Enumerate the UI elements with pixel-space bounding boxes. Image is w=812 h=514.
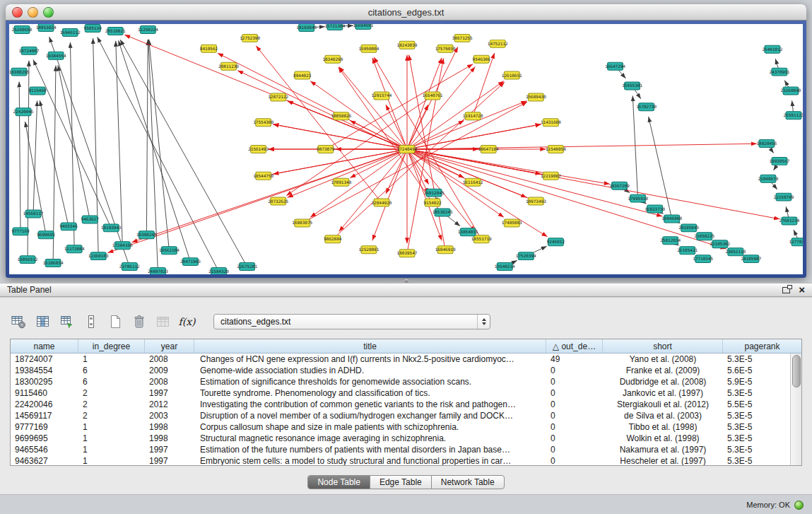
table-cell[interactable]: 9115460 xyxy=(11,388,78,398)
graph-node[interactable]: 20471903 xyxy=(180,258,201,266)
graph-node[interactable]: 11548058 xyxy=(546,146,566,153)
graph-node[interactable]: 18953024 xyxy=(36,24,57,31)
graph-node[interactable]: 16540761 xyxy=(423,92,443,100)
graph-edge[interactable] xyxy=(310,81,407,149)
table-cell[interactable]: 18300295 xyxy=(11,377,78,387)
graph-edge[interactable] xyxy=(132,149,407,243)
table-cell[interactable]: Structural magnetic resonance image aver… xyxy=(194,433,546,443)
table-cell[interactable]: Corpus callosum shape and size in male p… xyxy=(194,422,546,432)
table-row[interactable]: 1872400712008Changes of HCN gene express… xyxy=(11,354,791,365)
graph-node[interactable]: 27601234 xyxy=(779,217,800,225)
network-graph[interactable]: 1724049811548058122190871097349317485083… xyxy=(9,24,803,274)
table-cell[interactable]: Estimation of the future numbers of pati… xyxy=(194,445,546,455)
graph-node[interactable]: 8410562 xyxy=(200,45,218,52)
graph-node[interactable]: 21561493 xyxy=(248,146,269,153)
graph-node[interactable]: 9245012 xyxy=(547,238,565,246)
table-cell[interactable]: 0 xyxy=(546,377,603,387)
graph-node[interactable]: 19930567 xyxy=(770,157,790,165)
table-cell[interactable]: 0 xyxy=(546,411,603,421)
graph-node[interactable]: 21584320 xyxy=(208,268,229,274)
column-header-short[interactable]: short xyxy=(603,339,723,353)
graph-edge[interactable] xyxy=(372,58,407,149)
table-cell[interactable]: Tibbo et al. (1998) xyxy=(603,422,723,432)
graph-node[interactable]: 22105302 xyxy=(710,240,730,248)
graph-node[interactable]: 17579030 xyxy=(435,45,456,52)
graph-node[interactable]: 15721304 xyxy=(324,24,345,30)
graph-node[interactable]: 14569117 xyxy=(23,210,44,218)
table-cell[interactable]: 1998 xyxy=(145,433,194,443)
graph-node[interactable]: 12752390 xyxy=(240,34,260,42)
table-cell[interactable]: Embryonic stem cells: a model to study s… xyxy=(194,456,546,465)
table-cell[interactable]: 5.3E-5 xyxy=(723,433,791,443)
table-cell[interactable]: 0 xyxy=(546,399,603,409)
graph-node[interactable]: 18544750 xyxy=(253,172,273,180)
table-cell[interactable]: 1 xyxy=(78,422,145,432)
graph-node[interactable]: 10193943 xyxy=(101,224,122,232)
graph-node[interactable]: 10340298 xyxy=(322,55,343,63)
graph-node[interactable]: 15689430 xyxy=(526,93,546,101)
graph-node[interactable]: 18390245 xyxy=(136,231,157,239)
table-row[interactable]: 1456911722003Disruption of a novel membe… xyxy=(11,410,791,421)
table-cell[interactable]: Nakamura et al. (1997) xyxy=(603,445,723,455)
table-cell[interactable]: 0 xyxy=(546,445,603,455)
graph-edge[interactable] xyxy=(70,42,74,249)
table-cell[interactable]: Stergiakouli et al. (2012) xyxy=(603,399,723,409)
graph-edge[interactable] xyxy=(119,40,191,262)
graph-node[interactable]: 23052110 xyxy=(725,248,746,256)
table-cell[interactable]: Genome-wide association studies in ADHD. xyxy=(194,366,546,375)
graph-node[interactable]: 24105987 xyxy=(741,255,761,263)
table-row[interactable]: 1938455462009Genome-wide association stu… xyxy=(11,365,791,376)
graph-node[interactable]: 11172084 xyxy=(64,245,85,253)
table-cell[interactable]: 5.5E-5 xyxy=(723,399,791,409)
graph-node[interactable]: 9862884 xyxy=(324,235,342,243)
vertical-scrollbar[interactable] xyxy=(790,354,801,465)
graph-node[interactable]: 18039547 xyxy=(397,250,418,257)
table-cell[interactable]: 2 xyxy=(78,388,145,398)
graph-node[interactable]: 12770345 xyxy=(789,238,803,246)
table-cell[interactable]: 2012 xyxy=(145,399,194,409)
table-cell[interactable]: 0 xyxy=(546,433,603,443)
table-cell[interactable]: 9463627 xyxy=(11,456,78,465)
graph-node[interactable]: 9546306 xyxy=(473,55,491,63)
table-cell[interactable]: 14569117 xyxy=(11,411,78,421)
graph-node[interactable]: 19562104 xyxy=(159,247,180,255)
table-cell[interactable]: 0 xyxy=(546,456,603,465)
show-columns-icon[interactable] xyxy=(34,313,52,330)
graph-node[interactable]: 12915744 xyxy=(372,92,392,100)
graph-edge[interactable] xyxy=(33,100,37,214)
table-row[interactable]: 946362711997Embryonic stem cells: a mode… xyxy=(11,455,791,465)
table-cell[interactable]: 19384554 xyxy=(11,366,78,375)
graph-node[interactable]: 21040678 xyxy=(758,175,778,182)
graph-node[interactable]: 16023730 xyxy=(645,205,665,213)
column-header-out_de[interactable]: △ out_de… xyxy=(546,339,603,353)
graph-node[interactable]: 16946910 xyxy=(435,246,456,254)
row-height-icon[interactable] xyxy=(82,313,100,330)
graph-node[interactable]: 11250224 xyxy=(138,25,158,33)
graph-edge[interactable] xyxy=(407,149,610,184)
graph-node[interactable]: 17091348 xyxy=(331,178,351,186)
function-builder-icon[interactable]: f(x) xyxy=(178,313,196,330)
table-cell[interactable]: Yano et al. (2008) xyxy=(603,354,723,364)
graph-node[interactable]: 17240498 xyxy=(397,146,418,153)
table-row[interactable]: 946554611997Estimation of the future num… xyxy=(11,444,791,455)
graph-node[interactable]: 15950004 xyxy=(358,45,379,52)
table-cell[interactable]: 2008 xyxy=(145,377,194,387)
graph-edge[interactable] xyxy=(40,100,69,226)
graph-node[interactable]: 23786112 xyxy=(119,263,140,271)
graph-node[interactable]: 18183045 xyxy=(296,24,317,31)
table-cell[interactable]: 5.3E-5 xyxy=(723,354,791,364)
graph-node[interactable]: 12520891 xyxy=(358,246,379,254)
graph-edge[interactable] xyxy=(649,117,672,219)
tab-edge-table[interactable]: Edge Table xyxy=(370,476,432,489)
table-cell[interactable]: 1 xyxy=(78,456,145,465)
float-panel-icon[interactable] xyxy=(782,287,790,293)
table-cell[interactable]: 1 xyxy=(78,354,145,364)
table-cell[interactable]: 2 xyxy=(78,399,145,409)
new-file-icon[interactable] xyxy=(106,313,124,330)
graph-edge[interactable] xyxy=(407,66,475,149)
graph-node[interactable]: 10973493 xyxy=(526,197,546,205)
graph-node[interactable]: 20195045 xyxy=(678,224,699,232)
table-cell[interactable]: Changes of HCN gene expression and I(f) … xyxy=(194,354,546,364)
graph-edge[interactable] xyxy=(218,53,407,149)
table-row[interactable]: 1830029562008Estimation of significance … xyxy=(11,376,791,387)
